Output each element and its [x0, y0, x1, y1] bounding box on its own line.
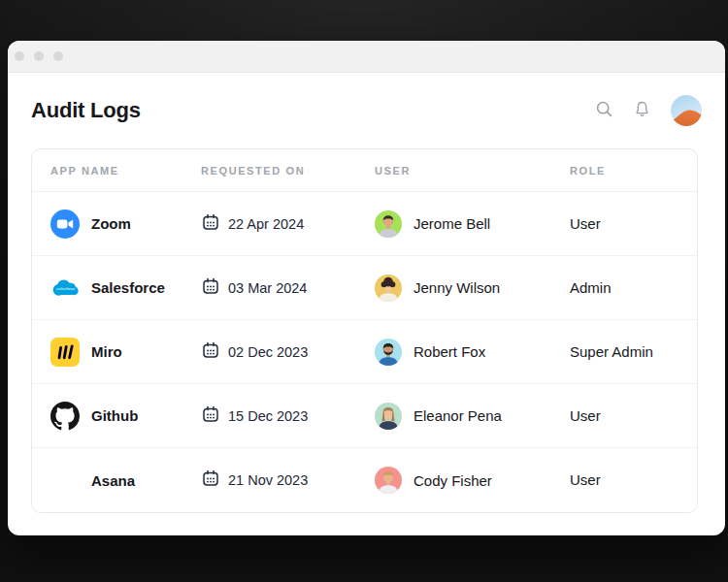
calendar-icon	[201, 276, 220, 300]
table-body: salesforce	[32, 192, 697, 512]
miro-logo-icon	[50, 338, 80, 367]
role-label: User	[570, 471, 601, 488]
requested-on-date: 22 Apr 2024	[228, 216, 304, 232]
user-cell: Eleanor Pena	[375, 403, 570, 430]
user-cell: Jenny Wilson	[375, 275, 570, 302]
search-button[interactable]	[595, 100, 613, 121]
asana-logo-icon	[50, 466, 80, 495]
table-row[interactable]: salesforce	[32, 448, 697, 512]
table-header-row: App Name Requested On User Role	[32, 149, 697, 192]
column-header-app-name: App Name	[50, 165, 201, 177]
header-actions	[595, 95, 702, 126]
app-name-label: Github	[91, 407, 138, 424]
user-avatar-photo	[375, 467, 402, 494]
audit-logs-table: App Name Requested On User Role	[31, 148, 698, 513]
app-name-label: Zoom	[91, 215, 131, 232]
window-titlebar	[8, 41, 725, 73]
user-name-label: Cody Fisher	[414, 472, 492, 489]
calendar-icon	[201, 404, 220, 428]
app-cell: salesforce	[50, 274, 201, 303]
window-control-minimize[interactable]	[34, 51, 44, 61]
search-icon	[595, 100, 613, 121]
user-cell: Robert Fox	[375, 339, 570, 366]
user-name-label: Jenny Wilson	[414, 279, 500, 296]
calendar-icon	[201, 212, 220, 236]
requested-on-cell: 03 Mar 2024	[201, 276, 375, 300]
user-name-label: Jerome Bell	[414, 215, 490, 232]
user-avatar-photo	[375, 339, 402, 366]
column-header-user: User	[375, 165, 570, 177]
table-row[interactable]: salesforce	[32, 192, 697, 256]
window-control-maximize[interactable]	[53, 51, 63, 61]
window-control-close[interactable]	[15, 51, 24, 61]
role-label: Super Admin	[570, 343, 653, 360]
column-header-role: Role	[570, 165, 697, 177]
role-label: Admin	[570, 279, 612, 296]
role-label: User	[570, 215, 601, 232]
app-cell: salesforce	[50, 466, 201, 495]
app-cell: salesforce	[50, 402, 201, 431]
requested-on-date: 03 Mar 2024	[228, 280, 307, 296]
table-row[interactable]: salesforce	[32, 256, 697, 320]
salesforce-logo-icon: salesforce	[50, 274, 80, 303]
user-name-label: Eleanor Pena	[414, 407, 502, 424]
requested-on-date: 21 Nov 2023	[228, 472, 308, 488]
app-cell: salesforce	[50, 338, 201, 367]
profile-avatar-image	[671, 95, 702, 126]
role-cell: User	[570, 215, 697, 233]
user-avatar-photo	[375, 403, 402, 430]
app-window: Audit Logs	[8, 41, 725, 535]
table-row[interactable]: salesforce	[32, 384, 697, 448]
role-cell: Admin	[570, 279, 697, 297]
requested-on-cell: 15 Dec 2023	[201, 404, 375, 428]
github-logo-icon	[50, 402, 80, 431]
notifications-button[interactable]	[633, 100, 651, 121]
app-name-label: Miro	[91, 343, 122, 360]
requested-on-date: 02 Dec 2023	[228, 344, 308, 360]
app-name-label: Salesforce	[91, 279, 165, 296]
column-header-requested-on: Requested On	[201, 165, 375, 177]
bell-icon	[633, 100, 651, 121]
role-cell: User	[570, 407, 697, 425]
calendar-icon	[201, 469, 220, 492]
calendar-icon	[201, 340, 220, 364]
requested-on-cell: 02 Dec 2023	[201, 340, 375, 364]
svg-text:salesforce: salesforce	[56, 286, 76, 291]
role-cell: Super Admin	[570, 343, 697, 361]
role-label: User	[570, 407, 601, 424]
page-title: Audit Logs	[31, 98, 141, 123]
user-cell: Cody Fisher	[375, 467, 570, 494]
app-name-label: Asana	[91, 472, 135, 489]
page-header: Audit Logs	[8, 73, 725, 148]
role-cell: User	[570, 471, 697, 489]
profile-avatar[interactable]	[671, 95, 702, 126]
user-cell: Jerome Bell	[375, 210, 570, 238]
zoom-logo-icon	[50, 210, 80, 239]
requested-on-cell: 21 Nov 2023	[201, 469, 375, 492]
table-row[interactable]: salesforce	[32, 320, 697, 384]
app-cell: salesforce	[50, 210, 201, 239]
page-background: Audit Logs	[0, 0, 728, 582]
user-name-label: Robert Fox	[414, 343, 485, 360]
requested-on-date: 15 Dec 2023	[228, 408, 308, 424]
requested-on-cell: 22 Apr 2024	[201, 212, 375, 236]
user-avatar-photo	[375, 210, 402, 238]
user-avatar-photo	[375, 275, 402, 302]
